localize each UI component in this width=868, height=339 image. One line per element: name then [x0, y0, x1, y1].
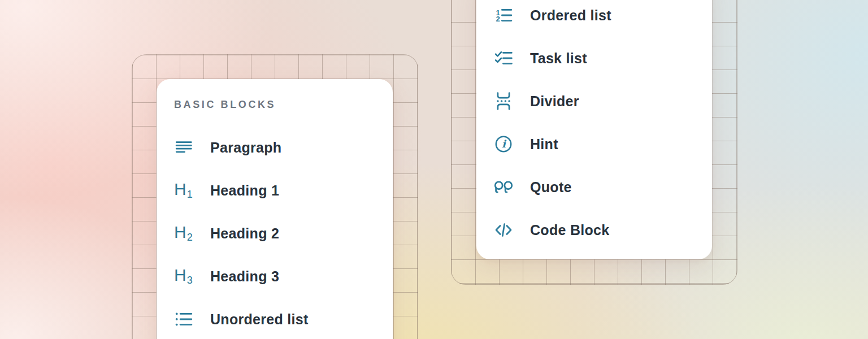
menu-item-quote[interactable]: Quote	[494, 166, 712, 208]
menu-list-left: Paragraph H1 Heading 1 H2 Heading 2 H3 H…	[174, 126, 393, 339]
menu-item-label: Heading 1	[210, 182, 279, 199]
menu-item-label: Heading 2	[210, 225, 279, 242]
quote-icon	[494, 177, 513, 197]
unordered-list-icon	[174, 310, 193, 329]
blocks-menu-panel-continued: 1 2 Ordered list Task list Divider i Hin…	[476, 0, 712, 259]
menu-item-heading-1[interactable]: H1 Heading 1	[174, 169, 393, 212]
menu-item-paragraph[interactable]: Paragraph	[174, 126, 393, 169]
menu-item-label: Task list	[530, 50, 587, 67]
basic-blocks-menu-panel: BASIC BLOCKS Paragraph H1 Heading 1 H2 H…	[157, 79, 393, 339]
heading-1-icon: H1	[174, 181, 193, 200]
heading-3-icon: H3	[174, 267, 193, 286]
svg-text:2: 2	[496, 15, 500, 23]
menu-item-divider[interactable]: Divider	[494, 80, 712, 123]
section-title: BASIC BLOCKS	[174, 98, 393, 111]
menu-item-label: Hint	[530, 136, 558, 153]
menu-item-label: Paragraph	[210, 140, 281, 156]
menu-item-label: Quote	[530, 179, 572, 195]
illustration-canvas: BASIC BLOCKS Paragraph H1 Heading 1 H2 H…	[0, 0, 868, 339]
task-list-icon	[494, 49, 513, 68]
menu-item-label: Ordered list	[530, 7, 611, 24]
ordered-list-icon: 1 2	[494, 6, 513, 25]
menu-item-heading-3[interactable]: H3 Heading 3	[174, 255, 393, 298]
menu-item-unordered-list[interactable]: Unordered list	[174, 298, 393, 339]
menu-list-right: 1 2 Ordered list Task list Divider i Hin…	[494, 0, 712, 251]
menu-item-ordered-list[interactable]: 1 2 Ordered list	[494, 0, 712, 37]
menu-item-code-block[interactable]: Code Block	[494, 208, 712, 251]
divider-icon	[494, 92, 513, 111]
code-block-icon	[494, 220, 513, 240]
menu-item-task-list[interactable]: Task list	[494, 37, 712, 80]
hint-icon: i	[494, 134, 513, 154]
svg-text:i: i	[502, 138, 507, 150]
menu-item-hint[interactable]: i Hint	[494, 123, 712, 166]
menu-item-label: Unordered list	[210, 311, 309, 328]
menu-item-label: Code Block	[530, 222, 610, 238]
paragraph-icon	[174, 138, 193, 157]
menu-item-label: Divider	[530, 93, 579, 110]
menu-item-heading-2[interactable]: H2 Heading 2	[174, 212, 393, 255]
heading-2-icon: H2	[174, 224, 193, 243]
menu-item-label: Heading 3	[210, 268, 279, 285]
